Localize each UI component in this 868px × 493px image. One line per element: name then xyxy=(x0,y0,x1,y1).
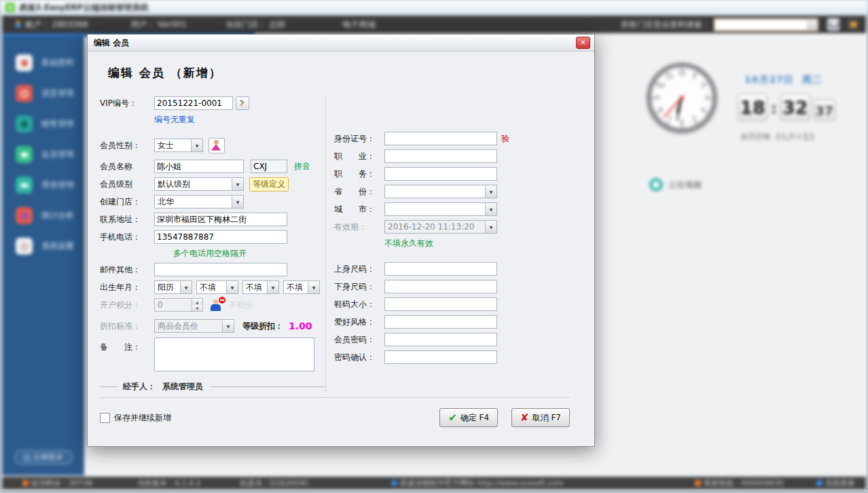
online-service-link[interactable]: 在线客服 xyxy=(816,478,855,488)
clock-tick xyxy=(681,68,683,71)
expiry-row: 有效期： 2016-12-20 11:13:20▼ xyxy=(334,218,582,236)
vip-row: VIP编号： xyxy=(100,94,325,112)
logout-button[interactable]: 注销登录 xyxy=(14,450,72,464)
top-size-input[interactable] xyxy=(384,262,497,276)
email-row: 邮件其他： xyxy=(100,261,325,278)
bottom-size-label: 下身尺码： xyxy=(334,281,384,293)
bottom-size-input[interactable] xyxy=(384,280,497,293)
phone-input[interactable] xyxy=(154,230,287,244)
birth-year-select[interactable]: 不填▼ xyxy=(196,280,238,294)
member-name-input[interactable] xyxy=(154,160,244,173)
female-avatar-icon[interactable] xyxy=(209,138,225,153)
cart-icon[interactable] xyxy=(827,18,839,31)
points-stepper[interactable]: 0 ▲▼ xyxy=(154,298,203,312)
power-icon xyxy=(23,454,30,461)
duty-input[interactable] xyxy=(384,167,497,181)
sidebar-item-sales[interactable]: 销售管理 xyxy=(2,109,84,139)
email-label: 邮件其他： xyxy=(100,264,154,276)
job-label: 职 业： xyxy=(334,151,384,162)
password-input[interactable] xyxy=(384,333,497,346)
stepper-down-icon[interactable]: ▼ xyxy=(192,305,202,311)
id-number-input[interactable] xyxy=(384,132,497,145)
gender-select[interactable]: 女士▼ xyxy=(154,139,203,152)
store-select[interactable]: 北华▼ xyxy=(154,195,244,208)
clock-tick xyxy=(695,121,698,124)
city-row: 城 市： ▼ xyxy=(334,200,582,218)
handler-value: 系统管理员 xyxy=(162,381,203,392)
website-link[interactable]: 易速连锁软件官方网站 http://www.ouisoft.com xyxy=(391,478,564,488)
clock-tick xyxy=(652,98,655,99)
cancel-button[interactable]: ✘ 取消 F7 xyxy=(511,408,570,427)
window-titlebar[interactable]: 易速3.EasyERP云端连锁管理系统 xyxy=(0,0,868,16)
shoe-size-label: 鞋码大小： xyxy=(334,299,384,310)
style-input[interactable] xyxy=(384,315,497,329)
mall-link[interactable]: 电子商城 xyxy=(342,19,375,31)
search-go-button[interactable] xyxy=(808,20,818,30)
level-define-button[interactable]: 等级定义 xyxy=(249,177,289,191)
note-textarea[interactable] xyxy=(154,337,314,371)
address-row: 联系地址： xyxy=(100,211,325,228)
minute-box: 32 xyxy=(780,94,810,121)
sidebar-item-member[interactable]: 会员管理 xyxy=(2,139,84,170)
sidebar-item-purchase[interactable]: 进货管理 xyxy=(2,78,84,109)
discount-select[interactable]: 商品会员价▼ xyxy=(154,319,234,333)
lock-icon[interactable] xyxy=(847,18,859,31)
sidebar-item-label: 库存管理 xyxy=(41,179,74,191)
announcement-link[interactable]: 公告视频 xyxy=(649,178,702,191)
machine-status: 机器名：D162004C xyxy=(240,478,309,488)
generate-code-button[interactable] xyxy=(236,96,249,110)
chevron-down-icon: ▼ xyxy=(191,139,202,151)
save-continue-checkbox[interactable] xyxy=(100,413,110,423)
address-input[interactable] xyxy=(154,213,287,226)
sidebar-item-inventory[interactable]: 库存管理 xyxy=(2,170,84,200)
pinyin-input[interactable] xyxy=(251,160,287,173)
sidebar-item-label: 会员管理 xyxy=(41,149,74,160)
name-row: 会员名称 拼音 xyxy=(100,158,325,175)
dialog-footer: 保存并继续新增 ✔ 确定 F4 ✘ 取消 F7 xyxy=(100,408,570,427)
handler-row: 经手人： 系统管理员 xyxy=(100,381,325,392)
vip-input[interactable] xyxy=(154,96,233,110)
verify-link[interactable]: 验 xyxy=(501,133,509,145)
sidebar-item-settings[interactable]: 系统设置 xyxy=(2,231,84,261)
clock-face: 121234567891011 xyxy=(647,62,717,133)
province-select[interactable]: ▼ xyxy=(384,185,497,198)
dialog-heading: 编辑 会员 （新增） xyxy=(108,65,582,81)
expiry-select[interactable]: 2016-12-20 11:13:20▼ xyxy=(384,220,497,234)
clock-tick xyxy=(705,82,708,85)
job-row: 职 业： xyxy=(334,147,582,165)
close-icon[interactable]: ✕ xyxy=(576,37,590,49)
search-input[interactable] xyxy=(715,20,808,29)
city-select[interactable]: ▼ xyxy=(384,202,497,216)
app-logo-icon xyxy=(5,3,15,12)
chevron-down-icon: ▼ xyxy=(267,281,278,293)
clock-numeral: 4 xyxy=(701,107,705,113)
chevron-down-icon: ▼ xyxy=(485,221,496,233)
calendar-type-select[interactable]: 阳历▼ xyxy=(154,280,192,294)
birth-month-select[interactable]: 不填▼ xyxy=(242,280,279,294)
email-input[interactable] xyxy=(154,263,287,276)
discount-label: 折扣标准： xyxy=(100,321,154,332)
member-icon xyxy=(16,146,33,163)
user-label: 用户： Var001 xyxy=(130,19,186,31)
hour-box: 18 xyxy=(738,94,767,121)
birthday-label: 出生年月： xyxy=(100,282,154,293)
job-input[interactable] xyxy=(384,149,497,163)
dialog-titlebar[interactable]: 编辑 会员 ✕ xyxy=(88,35,594,52)
purchase-icon xyxy=(16,85,33,102)
sidebar-item-statistics[interactable]: 统计分析 xyxy=(2,200,84,231)
shoe-size-input[interactable] xyxy=(384,297,497,311)
basic-data-icon xyxy=(16,54,33,71)
second-box: 37 xyxy=(814,100,835,121)
ok-button[interactable]: ✔ 确定 F4 xyxy=(439,408,498,427)
clock-tick xyxy=(709,98,712,99)
password-confirm-input[interactable] xyxy=(384,350,497,364)
clock-numeral: 9 xyxy=(655,94,659,101)
stepper-up-icon[interactable]: ▲ xyxy=(192,299,202,305)
level-select[interactable]: 默认级别▼ xyxy=(154,177,244,191)
phone-hint-row: 多个电话用空格隔开 xyxy=(100,246,325,261)
store-row: 创建门店： 北华▼ xyxy=(100,193,325,211)
birth-day-select[interactable]: 不填▼ xyxy=(283,280,320,294)
chevron-down-icon: ▼ xyxy=(222,320,234,332)
chevron-down-icon: ▼ xyxy=(232,196,243,208)
sidebar-item-basic-data[interactable]: 基础资料 xyxy=(2,48,84,78)
